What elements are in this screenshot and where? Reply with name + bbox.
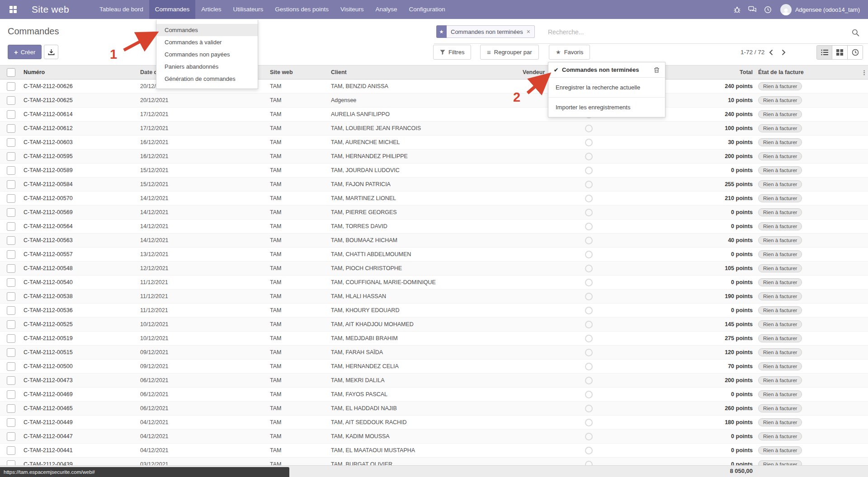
row-checkbox[interactable]: [7, 418, 15, 427]
row-checkbox[interactable]: [7, 82, 15, 91]
row-checkbox[interactable]: [7, 362, 15, 371]
table-row[interactable]: C-TAM-2112-0051509/12/2021TAMTAM, FARAH …: [0, 346, 868, 360]
row-checkbox[interactable]: [7, 292, 15, 301]
table-row[interactable]: C-TAM-2112-0054812/12/2021TAMTAM, PIOCH …: [0, 262, 868, 276]
messages-icon[interactable]: [745, 0, 760, 19]
table-row[interactable]: C-TAM-2112-0056914/12/2021TAMTAM, PIERRE…: [0, 206, 868, 220]
menu-item-generation-de-commandes[interactable]: Génération de commandes: [156, 73, 258, 85]
kanban-view-button[interactable]: [832, 46, 847, 59]
row-checkbox[interactable]: [7, 180, 15, 189]
column-header-client[interactable]: Client: [331, 69, 518, 75]
search-icon[interactable]: [852, 29, 859, 38]
row-checkbox[interactable]: [7, 404, 15, 413]
trash-icon[interactable]: [654, 67, 660, 73]
table-row[interactable]: C-TAM-2112-0051910/12/2021TAMTAM, MEDJDA…: [0, 332, 868, 346]
nav-item-utilisateurs[interactable]: Utilisateurs: [227, 0, 269, 19]
table-row[interactable]: C-TAM-2112-0061417/12/2021TAMAURELIA SAN…: [0, 108, 868, 122]
row-checkbox[interactable]: [7, 194, 15, 203]
nav-item-articles[interactable]: Articles: [195, 0, 227, 19]
row-checkbox[interactable]: [7, 432, 15, 441]
select-all-checkbox[interactable]: [7, 68, 15, 77]
table-row[interactable]: C-TAM-2112-0053611/12/2021TAMTAM, KHOURY…: [0, 304, 868, 318]
table-row[interactable]: C-TAM-2112-0044704/12/2021TAMTAM, KADIM …: [0, 430, 868, 444]
menu-item-commandes[interactable]: Commandes: [156, 24, 258, 36]
column-header-total[interactable]: Total: [660, 69, 753, 75]
row-checkbox[interactable]: [7, 236, 15, 245]
row-checkbox[interactable]: [7, 264, 15, 273]
row-checkbox[interactable]: [7, 96, 15, 105]
row-checkbox[interactable]: [7, 306, 15, 315]
column-header-invoice-status[interactable]: État de la facture: [753, 69, 861, 75]
navbar-menu: Tableau de bordCommandesArticlesUtilisat…: [94, 0, 451, 19]
table-row[interactable]: C-TAM-2112-0058415/12/2021TAMTAM, FAJON …: [0, 178, 868, 192]
nav-item-analyse[interactable]: Analyse: [369, 0, 403, 19]
app-brand[interactable]: Site web: [32, 4, 69, 15]
export-download-button[interactable]: [44, 45, 58, 59]
table-row[interactable]: C-TAM-2112-0059516/12/2021TAMTAM, HERNAN…: [0, 150, 868, 164]
apps-menu-icon[interactable]: [9, 6, 17, 13]
nav-item-configuration[interactable]: Configuration: [403, 0, 451, 19]
nav-item-commandes[interactable]: Commandes: [149, 0, 196, 19]
row-checkbox[interactable]: [7, 110, 15, 119]
column-header-site[interactable]: Site web: [270, 69, 331, 75]
row-checkbox[interactable]: [7, 124, 15, 133]
optional-columns-icon[interactable]: ⋮: [861, 69, 868, 76]
table-row[interactable]: C-TAM-2112-0057014/12/2021TAMTAM, MARTIN…: [0, 192, 868, 206]
row-checkbox[interactable]: [7, 278, 15, 287]
row-checkbox[interactable]: [7, 390, 15, 399]
table-row[interactable]: C-TAM-2112-0061217/12/2021TAMTAM, LOUBIE…: [0, 122, 868, 136]
group-by-button[interactable]: ≡ Regrouper par: [480, 45, 539, 60]
activity-view-button[interactable]: [847, 46, 863, 59]
table-row[interactable]: C-TAM-2112-0046506/12/2021TAMTAM, EL HAD…: [0, 402, 868, 416]
pager-next-button[interactable]: [777, 46, 790, 59]
table-row[interactable]: C-TAM-2112-0056314/12/2021TAMTAM, BOUMAA…: [0, 234, 868, 248]
table-row[interactable]: C-TAM-2112-0044104/12/2021TAMTAM, EL MAA…: [0, 444, 868, 458]
facet-remove-icon[interactable]: ×: [527, 28, 530, 35]
row-checkbox[interactable]: [7, 334, 15, 343]
row-checkbox[interactable]: [7, 222, 15, 231]
pager-previous-button[interactable]: [764, 46, 777, 59]
search-facet[interactable]: ★ Commandes non terminées ×: [436, 25, 535, 38]
table-row[interactable]: C-TAM-2112-0058915/12/2021TAMTAM, JOURDA…: [0, 164, 868, 178]
menu-item-commandes-non-payees[interactable]: Commandes non payées: [156, 48, 258, 61]
save-current-search-item[interactable]: Enregistrer la recherche actuelle: [548, 77, 665, 97]
table-row[interactable]: C-TAM-2112-0046906/12/2021TAMTAM, FAYOS …: [0, 388, 868, 402]
table-row[interactable]: C-TAM-2112-0044904/12/2021TAMTAM, AIT SE…: [0, 416, 868, 430]
table-row[interactable]: C-TAM-2112-0062620/12/2021TAMTAM, BENZID…: [0, 80, 868, 94]
table-row[interactable]: C-TAM-2112-0050009/12/2021TAMTAM, HERNAN…: [0, 360, 868, 374]
nav-item-gestions-des-points[interactable]: Gestions des points: [269, 0, 335, 19]
row-checkbox[interactable]: [7, 446, 15, 455]
table-row[interactable]: C-TAM-2112-0054011/12/2021TAMTAM, COUFFI…: [0, 276, 868, 290]
table-row[interactable]: C-TAM-2112-0052510/12/2021TAMTAM, AIT KH…: [0, 318, 868, 332]
row-checkbox[interactable]: [7, 376, 15, 385]
search-input[interactable]: Recherche...: [548, 28, 584, 36]
row-checkbox[interactable]: [7, 138, 15, 147]
nav-item-tableau-de-bord[interactable]: Tableau de bord: [94, 0, 149, 19]
filters-button[interactable]: Filtres: [433, 45, 471, 60]
row-checkbox[interactable]: [7, 152, 15, 161]
table-row[interactable]: C-TAM-2112-0062520/12/2021TAMAdgensee10 …: [0, 94, 868, 108]
favorites-button[interactable]: ★ Favoris: [549, 45, 590, 60]
column-header-number[interactable]: Numéro: [20, 69, 140, 75]
row-checkbox[interactable]: [7, 250, 15, 259]
table-row[interactable]: C-TAM-2112-0047306/12/2021TAMTAM, MEKRI …: [0, 374, 868, 388]
row-checkbox[interactable]: [7, 320, 15, 329]
row-checkbox[interactable]: [7, 348, 15, 357]
nav-item-visiteurs[interactable]: Visiteurs: [335, 0, 370, 19]
import-records-item[interactable]: Importer les enregistrements: [548, 97, 665, 117]
row-checkbox[interactable]: [7, 208, 15, 217]
list-view-button[interactable]: [817, 46, 832, 59]
user-avatar[interactable]: [780, 4, 792, 15]
table-row[interactable]: C-TAM-2112-0053811/12/2021TAMTAM, HLALI …: [0, 290, 868, 304]
table-row[interactable]: C-TAM-2112-0060316/12/2021TAMTAM, AURENC…: [0, 136, 868, 150]
table-row[interactable]: C-TAM-2112-0056414/12/2021TAMTAM, TORRES…: [0, 220, 868, 234]
activities-clock-icon[interactable]: [760, 0, 776, 19]
create-button[interactable]: + Créer: [8, 45, 42, 59]
menu-item-paniers-abandonnes[interactable]: Paniers abandonnés: [156, 61, 258, 73]
menu-item-commandes-a-valider[interactable]: Commandes à valider: [156, 36, 258, 48]
user-menu[interactable]: Adgensee (odoo14_tam): [795, 6, 860, 13]
table-row[interactable]: C-TAM-2112-0055713/12/2021TAMTAM, CHATTI…: [0, 248, 868, 262]
debug-bug-icon[interactable]: [730, 0, 745, 19]
favorite-filter-item[interactable]: ✔ Commandes non terminées: [548, 62, 665, 77]
row-checkbox[interactable]: [7, 166, 15, 175]
